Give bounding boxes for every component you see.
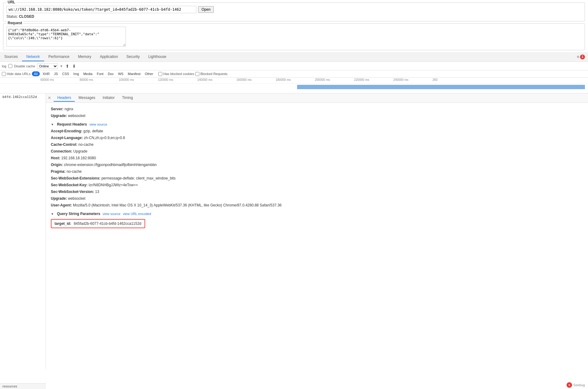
connection-header: Connection: Upgrade (51, 149, 583, 154)
tab-lighthouse[interactable]: Lighthouse (144, 53, 171, 61)
query-view-url-encoded-link[interactable]: view URL encoded (123, 212, 151, 216)
open-button[interactable]: Open (198, 6, 214, 13)
query-params-box: target_id: 845fad2b-6077-41cb-b4fd-1462c… (51, 219, 145, 228)
sub-tab-headers[interactable]: Headers (54, 94, 75, 102)
right-panel: ✕ Headers Messages Initiator Timing Serv… (46, 93, 588, 369)
tab-end: ⊗ 1 (577, 55, 588, 59)
tab-application[interactable]: Application (96, 53, 122, 61)
left-panel: b4fd-1462cca1152d (0, 93, 46, 369)
sec-ws-extensions-header: Sec-WebSocket-Extensions: permessage-def… (51, 176, 583, 181)
has-blocked-cookies-label[interactable]: Has blocked cookies (158, 72, 194, 76)
tab-memory[interactable]: Memory (74, 53, 96, 61)
status-row: Status: CLOSED (6, 14, 582, 19)
filter-ws-btn[interactable]: WS (116, 72, 125, 76)
left-panel-item[interactable]: b4fd-1462cca1152d (0, 93, 46, 100)
timeline-bar-area (0, 84, 588, 93)
request-textarea[interactable] (6, 27, 126, 47)
timeline-label-6: 160000 ms (235, 78, 274, 83)
sec-ws-key-header: Sec-WebSocket-Key: Izr/N8DNHBgJJWtz+4eTo… (51, 182, 583, 188)
toolbar-row: log Disable cache Online Fast 3G Slow 3G… (0, 62, 588, 70)
filter-other-btn[interactable]: Other (143, 72, 155, 76)
filter-img-btn[interactable]: Img (72, 72, 81, 76)
request-section: Request (3, 23, 585, 50)
status-value: CLOSED (19, 14, 34, 19)
timeline-label-11: 260 (431, 78, 470, 83)
timeline-blue-bar (297, 85, 585, 89)
filter-manifest-btn[interactable]: Manifest (126, 72, 142, 76)
user-agent-header: User-Agent: Mozilla/5.0 (Macintosh; Inte… (51, 202, 583, 208)
url-legend: URL (6, 0, 17, 4)
filter-doc-btn[interactable]: Doc (106, 72, 115, 76)
timeline-label-8: 200000 ms (314, 78, 353, 83)
accept-language-header: Accept-Language: zh-CN,zh;q=0.9,en;q=0.8 (51, 135, 583, 141)
tab-performance[interactable]: Performance (44, 53, 74, 61)
timeline-label-0 (0, 78, 39, 83)
host-header: Host: 192.168.18.182:8080 (51, 155, 583, 161)
sub-tabs: ✕ Headers Messages Initiator Timing (46, 93, 588, 103)
timeline-label-7: 180000 ms (274, 78, 314, 83)
timeline-label-5: 140000 ms (196, 78, 235, 83)
blocked-requests-checkbox[interactable] (195, 72, 199, 76)
filter-js-btn[interactable]: JS (52, 72, 59, 76)
target-id-param: target_id: 845fad2b-6077-41cb-b4fd-1462c… (55, 221, 141, 226)
main-content: b4fd-1462cca1152d ✕ Headers Messages Ini… (0, 93, 588, 369)
upgrade-request-header: Upgrade: websocket (51, 196, 583, 201)
filter-media-btn[interactable]: Media (82, 72, 94, 76)
sub-tab-initiator[interactable]: Initiator (99, 94, 118, 102)
cache-control-header: Cache-Control: no-cache (51, 142, 583, 147)
hide-data-urls-checkbox[interactable] (2, 72, 6, 76)
has-blocked-cookies-checkbox[interactable] (158, 72, 162, 76)
upgrade-response-header: Upgrade: websocket (51, 113, 583, 119)
headers-content: Server: nginx Upgrade: websocket ▼ Reque… (46, 103, 588, 234)
timeline-labels: 60000 ms 80000 ms 100000 ms 120000 ms 14… (0, 77, 588, 84)
tab-network[interactable]: Network (22, 53, 44, 61)
filter-css-btn[interactable]: CSS (61, 72, 71, 76)
disable-cache-checkbox[interactable] (8, 64, 12, 68)
sub-tab-messages[interactable]: Messages (75, 94, 99, 102)
error-badge: 1 (580, 55, 585, 59)
query-params-title: ▼ Query String Parameters view source vi… (51, 212, 583, 216)
network-throttle-select[interactable]: Online Fast 3G Slow 3G Offline (37, 63, 58, 69)
server-header: Server: nginx (51, 106, 583, 112)
filter-xhr-btn[interactable]: XHR (41, 72, 51, 76)
timeline-label-1: 60000 ms (39, 78, 78, 83)
filter-row: Hide data URLs All XHR JS CSS Img Media … (0, 70, 588, 77)
request-legend: Request (6, 21, 23, 25)
view-source-link[interactable]: view source (89, 123, 107, 126)
tab-sources[interactable]: Sources (0, 53, 22, 61)
url-input[interactable] (6, 6, 196, 13)
filter-font-btn[interactable]: Font (95, 72, 105, 76)
blocked-requests-label[interactable]: Blocked Requests (195, 72, 228, 76)
download-btn[interactable]: ⬇ (72, 64, 77, 69)
disable-cache-label: Disable cache (14, 64, 35, 68)
request-headers-title: ▼ Request Headers view source (51, 122, 583, 127)
accept-encoding-header: Accept-Encoding: gzip, deflate (51, 128, 583, 134)
timeline-label-4: 120000 ms (157, 78, 196, 83)
upload-btn[interactable]: ⬆ (65, 64, 70, 69)
origin-header: Origin: chrome-extension://fgponpodhbmad… (51, 162, 583, 168)
sub-tab-timing[interactable]: Timing (118, 94, 137, 102)
pragma-header: Pragma: no-cache (51, 169, 583, 174)
log-label: log (2, 64, 6, 68)
hide-data-urls-label[interactable]: Hide data URLs (2, 72, 31, 76)
tab-security[interactable]: Security (122, 53, 144, 61)
url-input-row: Open (6, 6, 582, 13)
timeline-label-9: 220000 ms (353, 78, 392, 83)
devtools-tabs: Sources Network Performance Memory Appli… (0, 52, 588, 62)
timeline-label-3: 100000 ms (118, 78, 157, 83)
sub-tab-close-btn[interactable]: ✕ (48, 96, 51, 100)
sec-ws-version-header: Sec-WebSocket-Version: 13 (51, 189, 583, 194)
filter-all-btn[interactable]: All (32, 71, 40, 76)
query-view-source-link[interactable]: view source (103, 212, 120, 216)
timeline-label-10: 240000 ms (392, 78, 431, 83)
timeline-label-2: 80000 ms (78, 78, 118, 83)
url-section: URL Open Status: CLOSED (3, 2, 585, 21)
status-label: Status: (6, 14, 18, 19)
timeline: 60000 ms 80000 ms 100000 ms 120000 ms 14… (0, 77, 588, 93)
